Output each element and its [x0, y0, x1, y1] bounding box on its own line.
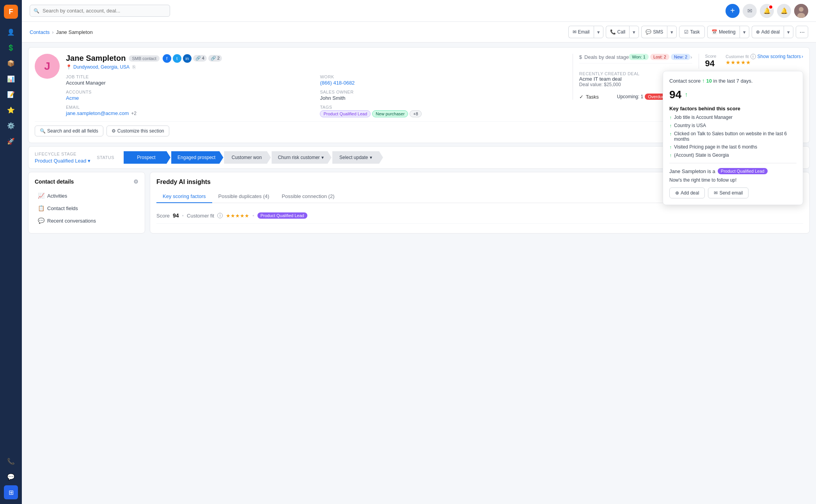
sms-button[interactable]: 💬 SMS — [641, 26, 667, 38]
profile-section: J Jane Sampleton SMB contact f t in 🔗 4 — [28, 47, 810, 143]
menu-item-recent-conversations[interactable]: 💬 Recent conversations — [35, 214, 138, 227]
search-icon: 🔍 — [34, 8, 39, 14]
email-value[interactable]: jane.sampleton@acme.com — [66, 110, 129, 116]
add-button[interactable]: + — [726, 4, 740, 18]
deals-lost-badge: Lost: 2 — [650, 54, 669, 60]
call-icon: 📞 — [610, 29, 616, 35]
popup-pql-row: Jane Sampleton is a Product Qualified Le… — [669, 168, 796, 174]
search-input[interactable] — [30, 5, 170, 17]
notification-icon-button[interactable]: 🔔 — [777, 4, 791, 18]
recent-conversations-icon: 💬 — [38, 218, 44, 224]
accounts-field: Accounts Acme — [66, 90, 312, 101]
sms-dropdown[interactable]: ▾ — [667, 26, 677, 38]
tag-new-purchaser[interactable]: New purchaser — [372, 110, 408, 117]
lifecycle-stage-value[interactable]: Product Qualified Lead ▾ — [35, 158, 90, 164]
factor-3: ↑ Clicked on Talk to Sales button on web… — [669, 131, 796, 142]
meeting-button[interactable]: 📅 Meeting — [707, 26, 740, 38]
tag-more[interactable]: +8 — [410, 110, 422, 117]
email-button[interactable]: ✉ Email — [568, 26, 594, 38]
popup-send-email-button[interactable]: ✉ Send email — [708, 187, 749, 198]
ai-customer-fit-info-icon[interactable]: i — [217, 213, 223, 218]
breadcrumb-contacts-link[interactable]: Contacts — [30, 29, 50, 35]
email-button-split: ✉ Email ▾ — [568, 26, 603, 38]
user-avatar[interactable] — [794, 4, 808, 18]
sidebar-icon-stars[interactable]: ⭐ — [4, 103, 18, 117]
scoring-popup: Contact score ↑ 10 in the last 7 days. 9… — [663, 71, 803, 205]
contact-avatar: J — [35, 54, 60, 79]
contact-location[interactable]: 📍 Dundywood, Georgia, USA ⎘ — [66, 64, 566, 70]
copy-icon[interactable]: ⎘ — [133, 64, 135, 70]
tab-key-scoring-factors[interactable]: Key scoring factors — [156, 190, 212, 203]
show-scoring-factors-link[interactable]: Show scoring factors › — [757, 54, 803, 59]
bell-icon-button[interactable]: 🔔 — [760, 4, 774, 18]
sidebar-icon-products[interactable]: 📦 — [4, 56, 18, 70]
more-options-button[interactable]: ⋯ — [796, 26, 808, 38]
factor-2: ↑ Country is USA — [669, 123, 796, 129]
work-label: Work — [320, 74, 566, 79]
account-value[interactable]: Acme — [66, 95, 79, 101]
linkedin-icon[interactable]: in — [183, 54, 192, 63]
contact-name: Jane Sampleton — [66, 54, 126, 63]
field-col-1: Job title Account Manager Accounts Acme … — [66, 74, 312, 121]
ai-score-value: 94 — [173, 212, 179, 219]
panel-gear-icon[interactable]: ⚙ — [133, 179, 138, 185]
pipeline-step-won[interactable]: Customer won — [224, 151, 271, 164]
meeting-icon: 📅 — [711, 29, 717, 35]
score-up-icon: ↑ — [702, 78, 705, 84]
profile-fields: Job title Account Manager Accounts Acme … — [66, 74, 566, 121]
factor-text-3: Clicked on Talk to Sales button on websi… — [674, 131, 796, 142]
popup-score-number: 94 — [669, 88, 681, 101]
pipeline-step-churn[interactable]: Churn risk customer ▾ — [271, 151, 331, 164]
sidebar-icon-contacts[interactable]: 👤 — [4, 25, 18, 39]
app-logo[interactable]: F — [4, 5, 18, 19]
sidebar-icon-reports[interactable]: 📊 — [4, 72, 18, 86]
score-section: Score 94 Customer fit i Show scoring fac… — [699, 54, 803, 69]
add-deal-dropdown[interactable]: ▾ — [784, 26, 793, 38]
meeting-dropdown[interactable]: ▾ — [740, 26, 749, 38]
search-edit-fields-button[interactable]: 🔍 Search and edit all fields — [35, 126, 103, 136]
lifecycle-dropdown-icon: ▾ — [88, 158, 90, 164]
dot-separator-1: • — [182, 213, 184, 219]
email-icon-button[interactable]: ✉ — [743, 4, 757, 18]
work-value[interactable]: (866) 418-0682 — [320, 80, 355, 86]
tab-possible-duplicates[interactable]: Possible duplicates (4) — [212, 190, 276, 203]
factor-text-1: Job title is Account Manager — [674, 115, 733, 120]
tab-possible-connection[interactable]: Possible connection (2) — [275, 190, 341, 203]
pipeline-step-prospect[interactable]: Prospect — [124, 151, 170, 164]
social-icons: f t in 🔗 4 🔗 2 — [163, 54, 222, 63]
facebook-icon[interactable]: f — [163, 54, 171, 63]
menu-item-activities[interactable]: 📈 Activities — [35, 189, 138, 202]
customize-section-button[interactable]: ⚙ Customize this section — [106, 126, 169, 136]
deal-badges: Won: 1 Lost: 2 New: 2 — [629, 54, 690, 60]
add-deal-icon: ⊕ — [756, 29, 760, 35]
customer-fit-info-icon[interactable]: i — [750, 54, 756, 59]
social-count-1[interactable]: 🔗 4 — [193, 55, 207, 62]
sidebar-icon-launch[interactable]: 🚀 — [4, 134, 18, 148]
job-title-label: Job title — [66, 74, 312, 79]
factor-1: ↑ Job title is Account Manager — [669, 115, 796, 120]
sidebar-icon-chat[interactable]: 💬 — [4, 470, 18, 484]
call-button[interactable]: 📞 Call — [606, 26, 630, 38]
sidebar-icon-settings[interactable]: ⚙️ — [4, 118, 18, 133]
content-area: Contacts › Jane Sampleton ✉ Email ▾ — [22, 22, 816, 504]
email-dropdown[interactable]: ▾ — [594, 26, 603, 38]
pipeline-step-engaged[interactable]: Engaged prospect — [171, 151, 223, 164]
pipeline-step-select[interactable]: Select update ▾ — [332, 151, 379, 164]
social-count-2[interactable]: 🔗 2 — [208, 55, 222, 62]
sidebar-icon-notes[interactable]: 📝 — [4, 87, 18, 101]
task-button[interactable]: ☑ Task — [679, 26, 705, 38]
tag-pql[interactable]: Product Qualified Lead — [320, 110, 371, 117]
sidebar-icon-deals[interactable]: 💲 — [4, 41, 18, 55]
deals-arrow-icon[interactable]: › — [690, 54, 692, 60]
add-deal-button[interactable]: ⊕ Add deal — [752, 26, 784, 38]
sidebar-icon-phone[interactable]: 📞 — [4, 454, 18, 468]
factor-up-icon-5: ↑ — [669, 153, 672, 158]
call-dropdown[interactable]: ▾ — [629, 26, 639, 38]
popup-add-deal-button[interactable]: ⊕ Add deal — [669, 187, 705, 198]
topbar-right: + ✉ 🔔 🔔 — [726, 4, 808, 18]
twitter-icon[interactable]: t — [173, 54, 181, 63]
menu-item-contact-fields[interactable]: 📋 Contact fields — [35, 202, 138, 214]
sms-button-split: 💬 SMS ▾ — [641, 26, 677, 38]
factor-5: ↑ (Account) State is Georgia — [669, 152, 796, 158]
sidebar-icon-apps[interactable]: ⊞ — [4, 485, 18, 499]
